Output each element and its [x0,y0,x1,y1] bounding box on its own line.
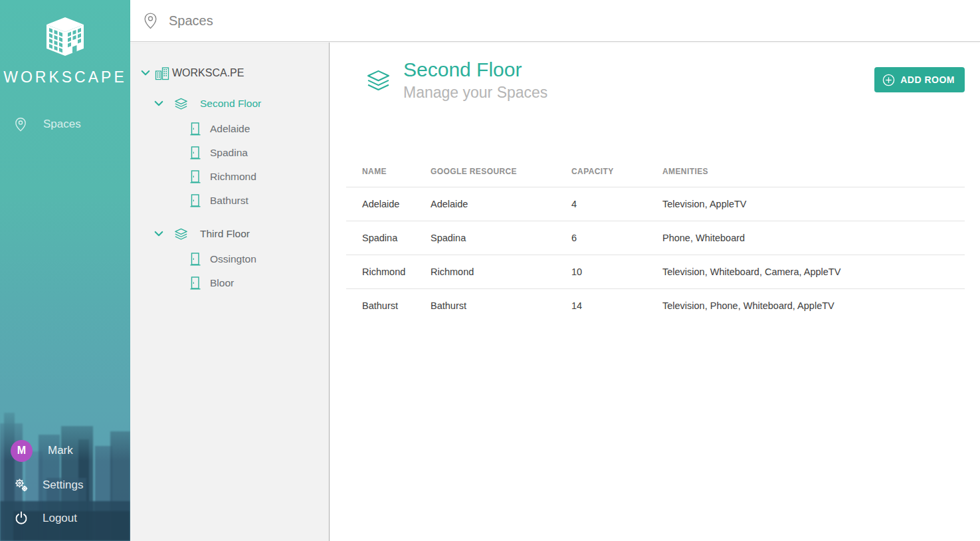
pin-icon [15,117,27,132]
column-header-name: NAME [346,167,415,176]
cell-amenities: Television, Phone, Whiteboard, AppleTV [646,300,965,311]
tree-root-workscape[interactable]: WORKSCA.PE [130,64,329,82]
cell-capacity: 6 [555,233,646,243]
user-menu[interactable]: M Mark [0,433,130,468]
tree-room-label: Richmond [210,171,256,183]
door-icon [190,122,201,136]
chevron-down-icon [141,68,150,78]
floor-layers-icon [366,69,391,92]
chevron-down-icon [154,229,163,239]
tree-item-room-richmond[interactable]: Richmond [130,165,329,189]
add-room-label: ADD ROOM [900,74,955,85]
cell-amenities: Phone, Whiteboard [646,233,965,243]
gears-icon [13,477,30,493]
rooms-table: NAME GOOGLE RESOURCE CAPACITY AMENITIES … [346,156,965,322]
tree-item-room-bloor[interactable]: Bloor [130,271,329,295]
floor-layers-icon [174,98,188,110]
power-icon [13,510,30,526]
sidebar-item-settings[interactable]: Settings [0,469,130,501]
spaces-tree: WORKSCA.PE Second Floor [130,43,330,541]
floor-header: Second Floor Manage your Spaces [366,68,547,102]
sidebar-bottom-menu: M Mark [0,433,130,534]
cell-capacity: 4 [555,199,646,209]
tree-floor-third: Third Floor Ossington [130,225,329,295]
tree-item-third-floor[interactable]: Third Floor [130,225,329,243]
cell-name: Bathurst [346,300,415,311]
brand-logo: WORKSCAPE [0,0,130,86]
floor-title: Second Floor [403,57,547,82]
column-header-google-resource: GOOGLE RESOURCE [415,167,555,176]
door-icon [190,276,201,290]
door-icon [190,146,201,160]
tree-floor-label: Second Floor [200,98,261,110]
app: WORKSCAPE Spaces M Mark [0,0,980,541]
tree-room-label: Bathurst [210,195,248,207]
door-icon [190,194,201,208]
company-buildings-icon [155,66,169,80]
door-icon [190,170,201,184]
cell-amenities: Television, Whiteboard, Camera, AppleTV [646,267,965,277]
tree-floor-second: Second Floor Adelaide [130,94,329,213]
tree-root-label: WORKSCA.PE [172,67,244,79]
floor-layers-icon [174,228,188,241]
column-header-amenities: AMENITIES [646,167,965,176]
cell-capacity: 14 [555,300,646,311]
cell-resource: Richmond [415,267,555,277]
table-row-bathurst[interactable]: Bathurst Bathurst 14 Television, Phone, … [346,288,965,322]
floor-subtitle: Manage your Spaces [403,84,547,102]
building-logo-icon [44,16,86,57]
logout-label: Logout [43,512,77,525]
sidebar-item-logout[interactable]: Logout [0,502,130,534]
cell-resource: Spadina [415,233,555,243]
pin-icon [144,12,157,30]
cell-resource: Bathurst [415,300,555,311]
column-header-capacity: CAPACITY [555,167,646,176]
tree-item-room-spadina[interactable]: Spadina [130,141,329,165]
table-header-row: NAME GOOGLE RESOURCE CAPACITY AMENITIES [346,156,965,187]
tree-item-second-floor[interactable]: Second Floor [130,94,329,113]
sidebar: WORKSCAPE Spaces M Mark [0,0,130,541]
topbar: Spaces [130,0,980,42]
main-content: Second Floor Manage your Spaces ADD ROOM… [330,43,980,541]
cell-resource: Adelaide [415,199,555,209]
table-row-adelaide[interactable]: Adelaide Adelaide 4 Television, AppleTV [346,187,965,221]
cell-name: Adelaide [346,199,415,209]
tree-floor-label: Third Floor [200,228,250,240]
chevron-down-icon [154,99,163,108]
tree-rooms-second-floor: Adelaide Spadina Richm [130,117,329,213]
cell-amenities: Television, AppleTV [646,199,965,209]
door-icon [190,253,201,267]
settings-label: Settings [43,479,83,492]
avatar: M [11,440,33,462]
tree-item-room-ossington[interactable]: Ossington [130,247,329,271]
tree-room-label: Adelaide [210,123,250,135]
sidebar-item-label: Spaces [43,118,81,131]
sidebar-item-spaces[interactable]: Spaces [0,112,130,136]
tree-rooms-third-floor: Ossington Bloor [130,247,329,295]
add-room-button[interactable]: ADD ROOM [874,67,965,92]
user-name: Mark [48,444,73,457]
tree-item-room-bathurst[interactable]: Bathurst [130,189,329,213]
table-row-spadina[interactable]: Spadina Spadina 6 Phone, Whiteboard [346,221,965,255]
cell-name: Spadina [346,233,415,243]
cell-capacity: 10 [555,267,646,277]
brand-name: WORKSCAPE [0,68,130,86]
cell-name: Richmond [346,267,415,277]
table-row-richmond[interactable]: Richmond Richmond 10 Television, Whitebo… [346,255,965,288]
tree-room-label: Spadina [210,147,248,159]
tree-room-label: Bloor [210,277,234,289]
page-title: Spaces [169,13,213,29]
tree-item-room-adelaide[interactable]: Adelaide [130,117,329,141]
tree-room-label: Ossington [210,253,256,265]
plus-circle-icon [882,74,895,86]
